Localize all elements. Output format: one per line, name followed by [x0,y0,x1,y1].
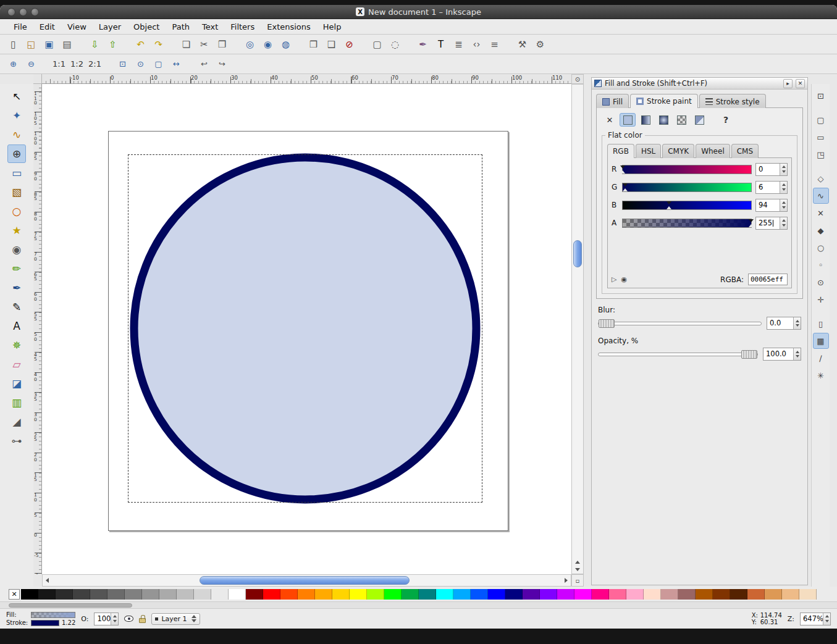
sticky-zoom-corner-button[interactable]: ⊙ [571,74,584,84]
palette-swatch[interactable] [38,589,56,600]
copy-button[interactable]: ❏ [178,36,195,52]
spin-down-icon[interactable] [782,224,786,227]
open-document-button[interactable]: ◱ [23,36,40,52]
spin-down-icon[interactable] [782,188,786,191]
new-document-button[interactable]: ▯ [5,36,22,52]
palette-swatch[interactable] [626,589,644,600]
spin-down-icon[interactable] [825,620,829,622]
palette-swatch[interactable] [747,589,765,600]
zoom-1-1-button[interactable]: 1:1 [51,56,67,72]
opacity-slider-handle[interactable] [741,350,757,359]
paint-bucket-tool[interactable]: ◪ [7,374,26,393]
text-dialog-button[interactable]: T [432,36,449,52]
canvas[interactable] [42,84,571,574]
palette-swatch[interactable] [159,589,177,600]
zoom-previous-button[interactable]: ↩ [196,56,212,72]
eraser-tool[interactable]: ▱ [7,355,26,374]
spin-up-icon[interactable] [113,615,117,617]
palette-swatch[interactable] [384,589,402,600]
horizontal-ruler[interactable]: -100102030405060708090100110 [42,74,571,84]
snap-guide-intersections-toggle[interactable]: ✳ [813,367,829,383]
palette-scrollbar-thumb[interactable] [9,603,132,608]
palette-swatch[interactable] [419,589,436,600]
horizontal-scrollbar[interactable] [42,574,571,587]
calligraphy-tool[interactable]: ✎ [7,298,26,316]
palette-swatch[interactable] [229,589,246,600]
tab-fill[interactable]: Fill [596,94,629,108]
tab-stroke-style[interactable]: Stroke style [699,94,766,108]
import-button[interactable]: ⇩ [86,36,103,52]
snap-enable-toggle[interactable]: ⊡ [813,88,829,104]
scroll-left-arrow-icon[interactable] [46,578,49,583]
clone-button[interactable]: ❑ [323,36,340,52]
tab-cms[interactable]: CMS [731,144,759,158]
zoom-out-button[interactable]: ⊖ [23,56,40,72]
palette-swatch[interactable] [661,589,678,600]
spinner-arrows[interactable] [793,348,801,360]
window-minimize-button[interactable] [19,8,27,16]
paint-none-button[interactable]: ✕ [602,113,618,127]
zoom-selection-button[interactable]: ⊡ [114,56,131,72]
layers-dialog-button[interactable]: ≣ [450,36,467,52]
palette-swatch[interactable] [644,589,661,600]
palette-swatch[interactable] [298,589,315,600]
palette-swatch[interactable] [246,589,263,600]
blue-channel-spinbox[interactable]: 94 [755,199,788,212]
star-tool[interactable]: ★ [7,221,26,240]
palette-swatch[interactable] [592,589,609,600]
opacity-slider[interactable] [598,353,758,356]
spin-up-icon[interactable] [796,351,799,353]
menu-layer[interactable]: Layer [93,19,127,35]
snap-bbox-edges-toggle[interactable]: ▭ [813,129,829,145]
palette-swatch[interactable] [177,589,194,600]
menu-path[interactable]: Path [166,19,196,35]
palette-swatch[interactable] [21,589,38,600]
spin-down-icon[interactable] [796,324,799,327]
zoom-in-button[interactable]: ⊕ [5,56,22,72]
palette-swatch[interactable] [488,589,505,600]
spin-down-icon[interactable] [782,170,786,173]
combo-arrows-icon[interactable] [191,615,196,622]
zoom-1-2-button[interactable]: 1:2 [69,56,85,72]
zoom-page-width-button[interactable]: ↔ [168,56,185,72]
spinner-arrows[interactable] [793,317,801,329]
zoom-drawing-button[interactable]: ◎ [242,36,258,52]
deselect-button[interactable]: ◌ [387,36,403,52]
spin-down-icon[interactable] [113,620,117,622]
connector-tool[interactable]: ⊶ [7,432,26,450]
palette-swatch[interactable] [609,589,626,600]
document-properties-button[interactable]: ⚙ [532,36,549,52]
blue-channel-slider[interactable] [622,201,752,210]
palette-remove-color-button[interactable]: ✕ [9,589,20,600]
palette-swatch[interactable] [540,589,557,600]
palette-swatch[interactable] [280,589,298,600]
redo-button[interactable]: ↷ [150,36,167,52]
cut-button[interactable]: ✂ [196,36,212,52]
spin-down-icon[interactable] [782,206,786,209]
box3d-tool[interactable]: ▧ [7,183,26,201]
paint-radial-gradient-button[interactable] [655,113,671,127]
green-channel-slider[interactable] [622,183,752,192]
red-channel-slider[interactable] [622,165,752,174]
spinner-arrows[interactable] [780,182,787,193]
node-tool[interactable]: ✦ [7,106,26,125]
blur-spinbox[interactable]: 0.0 [767,317,801,330]
paint-unknown-button[interactable]: ? [718,113,734,127]
palette-swatch[interactable] [332,589,350,600]
dropper-tool[interactable]: ◢ [7,412,26,431]
save-document-button[interactable]: ▣ [41,36,57,52]
menu-help[interactable]: Help [317,19,348,35]
palette-swatch[interactable] [471,589,488,600]
vertical-scrollbar-thumb[interactable] [573,240,582,267]
expander-icon[interactable]: ▷ [612,275,616,283]
xml-editor-button[interactable]: ‹› [468,36,485,52]
zoom-drawing-button[interactable]: ⊙ [132,56,149,72]
palette-swatch[interactable] [125,589,142,600]
ellipse-tool[interactable]: ○ [7,202,26,220]
snap-path-intersections-toggle[interactable]: ✕ [813,205,829,221]
snap-grid-toggle[interactable]: ▦ [813,333,829,349]
spinner-arrows[interactable] [111,613,118,625]
snap-cusp-nodes-toggle[interactable]: ◆ [813,222,829,238]
dialog-titlebar[interactable]: Fill and Stroke (Shift+Ctrl+F) ▸ ✕ [592,78,807,90]
duplicate-button[interactable]: ❒ [305,36,322,52]
